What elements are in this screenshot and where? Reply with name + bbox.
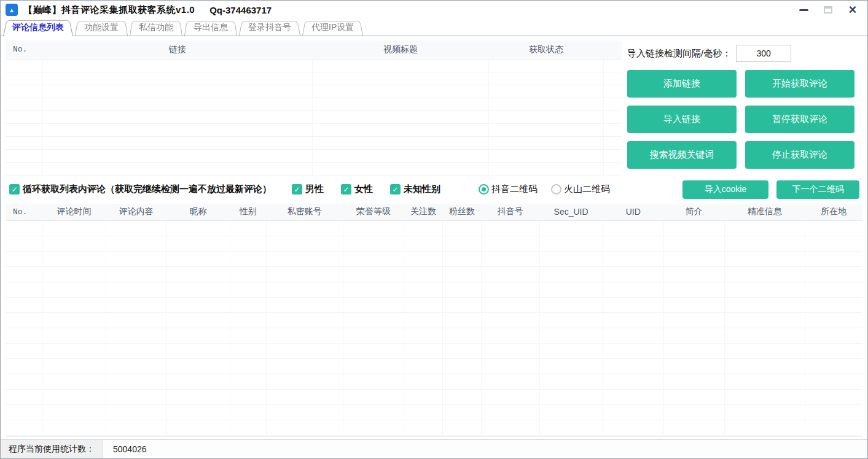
table-row[interactable] bbox=[6, 149, 622, 162]
qr-source-group: 抖音二维码火山二维码 bbox=[479, 183, 610, 195]
table-row[interactable] bbox=[6, 252, 862, 267]
table-cell bbox=[313, 72, 489, 85]
table-cell bbox=[805, 359, 862, 374]
table-cell bbox=[166, 267, 230, 282]
table-row[interactable] bbox=[6, 162, 622, 175]
table-row[interactable] bbox=[6, 98, 622, 110]
table-cell bbox=[603, 405, 663, 420]
table-cell bbox=[603, 344, 663, 359]
pause-collect-button[interactable]: 暂停获取评论 bbox=[745, 106, 854, 133]
table-cell bbox=[663, 313, 724, 328]
column-header: 抖音号 bbox=[481, 204, 539, 221]
column-header: UID bbox=[603, 204, 663, 221]
main-content: No.链接视频标题获取状态 导入链接检测间隔/毫秒： 添加链接开始获取评论导入链… bbox=[1, 36, 867, 439]
control-panel: 导入链接检测间隔/毫秒： 添加链接开始获取评论导入链接暂停获取评论搜索视频关键词… bbox=[622, 40, 862, 176]
table-cell bbox=[42, 236, 106, 252]
next-qrcode-button[interactable]: 下一个二维码 bbox=[776, 180, 859, 199]
table-cell bbox=[539, 359, 603, 374]
table-cell bbox=[442, 420, 481, 436]
table-cell bbox=[539, 282, 603, 298]
table-cell bbox=[663, 252, 724, 267]
table-cell bbox=[230, 405, 266, 420]
table-cell bbox=[313, 162, 489, 175]
interval-input[interactable] bbox=[736, 45, 791, 62]
table-row[interactable] bbox=[6, 282, 862, 298]
qr-radio-2[interactable]: 火山二维码 bbox=[551, 183, 610, 195]
search-keyword-button[interactable]: 搜索视频关键词 bbox=[627, 141, 737, 169]
gender-checkbox-1[interactable]: ✓男性 bbox=[292, 183, 324, 195]
table-row[interactable] bbox=[6, 236, 862, 252]
table-cell bbox=[805, 390, 862, 405]
gender-checkbox-2[interactable]: ✓女性 bbox=[341, 183, 373, 195]
table-cell bbox=[266, 420, 343, 436]
table-row[interactable] bbox=[6, 420, 862, 436]
table-row[interactable] bbox=[6, 390, 862, 405]
table-cell bbox=[603, 313, 663, 328]
table-cell bbox=[230, 236, 266, 252]
tab-5[interactable]: 登录抖音号 bbox=[239, 20, 300, 36]
table-row[interactable] bbox=[6, 267, 862, 282]
add-link-button[interactable]: 添加链接 bbox=[627, 70, 737, 98]
loop-collect-checkbox[interactable]: ✓ 循环获取列表内评论（获取完继续检测一遍不放过最新评论） bbox=[9, 183, 272, 195]
table-row[interactable] bbox=[6, 136, 622, 149]
table-row[interactable] bbox=[6, 359, 862, 374]
table-cell bbox=[488, 85, 604, 98]
table-row[interactable] bbox=[6, 72, 622, 85]
import-cookie-button[interactable]: 导入cookie bbox=[682, 180, 768, 199]
table-row[interactable] bbox=[6, 85, 622, 98]
table-cell bbox=[343, 359, 404, 374]
table-row[interactable] bbox=[6, 313, 862, 328]
minimize-button[interactable] bbox=[797, 4, 810, 16]
table-cell bbox=[343, 328, 404, 344]
table-cell bbox=[106, 282, 166, 298]
import-links-button[interactable]: 导入链接 bbox=[627, 106, 737, 133]
column-header: 粉丝数 bbox=[442, 204, 481, 221]
table-cell bbox=[663, 405, 724, 420]
table-row[interactable] bbox=[6, 221, 862, 236]
table-cell bbox=[404, 328, 443, 344]
links-table[interactable]: No.链接视频标题获取状态 bbox=[6, 40, 622, 176]
table-cell bbox=[805, 313, 862, 328]
table-cell bbox=[805, 298, 862, 313]
table-cell bbox=[663, 282, 724, 298]
table-cell bbox=[481, 328, 539, 344]
qr-radio-1[interactable]: 抖音二维码 bbox=[479, 183, 538, 195]
table-row[interactable] bbox=[6, 405, 862, 420]
table-cell bbox=[488, 59, 604, 72]
comments-table[interactable]: No.评论时间评论内容昵称性别私密账号荣誉等级关注数粉丝数抖音号Sec_UIDU… bbox=[6, 204, 862, 436]
table-cell bbox=[488, 98, 604, 110]
table-row[interactable] bbox=[6, 328, 862, 344]
table-cell bbox=[313, 123, 489, 136]
tab-3[interactable]: 私信功能 bbox=[130, 20, 182, 36]
options-bar: ✓ 循环获取列表内评论（获取完继续检测一遍不放过最新评论） ✓男性✓女性✓未知性… bbox=[6, 176, 862, 204]
tab-2[interactable]: 功能设置 bbox=[75, 20, 128, 36]
table-cell bbox=[106, 221, 166, 236]
tab-1[interactable]: 评论信息列表 bbox=[3, 18, 73, 36]
table-row[interactable] bbox=[6, 298, 862, 313]
gender-checkbox-3[interactable]: ✓未知性别 bbox=[390, 183, 440, 195]
stop-collect-button[interactable]: 停止获取评论 bbox=[745, 141, 854, 169]
table-cell bbox=[724, 374, 805, 390]
table-cell bbox=[106, 236, 166, 252]
maximize-button[interactable] bbox=[822, 4, 834, 16]
table-cell bbox=[266, 313, 343, 328]
table-row[interactable] bbox=[6, 110, 622, 123]
tab-4[interactable]: 导出信息 bbox=[184, 20, 237, 36]
table-cell bbox=[481, 359, 539, 374]
table-cell bbox=[604, 162, 622, 175]
column-header: 视频标题 bbox=[313, 40, 489, 59]
start-collect-button[interactable]: 开始获取评论 bbox=[745, 70, 854, 98]
table-row[interactable] bbox=[6, 123, 622, 136]
gender-label: 男性 bbox=[305, 183, 324, 195]
table-cell bbox=[805, 267, 862, 282]
table-cell bbox=[166, 344, 230, 359]
table-row[interactable] bbox=[6, 374, 862, 390]
close-button[interactable]: × bbox=[846, 4, 859, 16]
table-cell bbox=[6, 252, 42, 267]
tab-6[interactable]: 代理IP设置 bbox=[302, 20, 363, 36]
table-cell bbox=[481, 344, 539, 359]
table-cell bbox=[6, 136, 42, 149]
tab-label: 代理IP设置 bbox=[311, 22, 354, 33]
table-row[interactable] bbox=[6, 59, 622, 72]
table-row[interactable] bbox=[6, 344, 862, 359]
